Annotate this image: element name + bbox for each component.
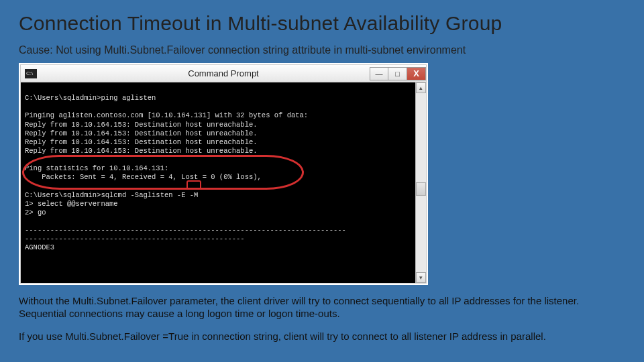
- paragraph-2: If you use Multi.Subnet.Failover =True i…: [19, 330, 625, 343]
- scrollbar[interactable]: ▴ ▾: [415, 82, 426, 283]
- slide-title: Connection Timeout in Multi-subnet Avail…: [19, 12, 625, 35]
- term-line: Packets: Sent = 4, Received = 4, Lost = …: [25, 173, 262, 181]
- term-line: Reply from 10.10.164.153: Destination ho…: [25, 147, 258, 155]
- term-line: ----------------------------------------…: [25, 235, 245, 243]
- terminal-output: C:\Users\sqladmin>ping aglisten Pinging …: [21, 82, 415, 283]
- term-line: ----------------------------------------…: [25, 226, 346, 234]
- term-line: 1> select @@servername: [25, 200, 118, 208]
- term-line: C:\Users\sqladmin>sqlcmd -Saglisten -E -…: [25, 191, 198, 199]
- paragraph-1: Without the Multi.Subnet.Failover parame…: [19, 294, 625, 320]
- scroll-down-icon[interactable]: ▾: [416, 272, 426, 283]
- term-line: 2> go: [25, 208, 46, 217]
- term-line: Reply from 10.10.164.153: Destination ho…: [25, 138, 258, 146]
- scroll-thumb[interactable]: [416, 182, 426, 196]
- scroll-up-icon[interactable]: ▴: [416, 82, 426, 93]
- term-line: AGNODE3: [25, 243, 54, 251]
- scroll-track[interactable]: [416, 93, 426, 272]
- command-prompt-window: C:\ Command Prompt — □ X C:\Users\sqladm…: [19, 63, 428, 285]
- window-title: Command Prompt: [21, 68, 426, 78]
- term-line: Pinging aglisten.contoso.com [10.10.164.…: [25, 111, 308, 119]
- annotation-box-m-flag: [186, 180, 201, 190]
- slide: Connection Timeout in Multi-subnet Avail…: [0, 0, 644, 360]
- window-titlebar: C:\ Command Prompt — □ X: [21, 65, 426, 82]
- term-line: Reply from 10.10.164.153: Destination ho…: [25, 129, 258, 137]
- explanation-block: Without the Multi.Subnet.Failover parame…: [19, 294, 625, 343]
- term-line: C:\Users\sqladmin>ping aglisten: [25, 94, 156, 102]
- cause-text: Cause: Not using Multi.Subnet.Failover c…: [19, 44, 625, 56]
- term-line: Reply from 10.10.164.153: Destination ho…: [25, 121, 258, 129]
- term-line: Ping statistics for 10.10.164.131:: [25, 164, 168, 172]
